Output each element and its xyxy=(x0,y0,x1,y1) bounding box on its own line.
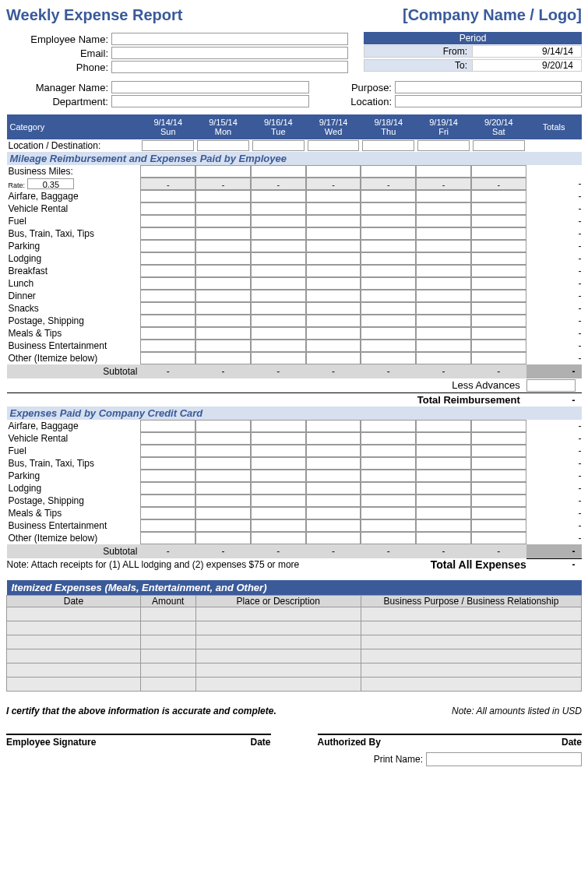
less-advances-cell[interactable] xyxy=(526,379,576,392)
expense-cell[interactable] xyxy=(361,507,416,519)
location-input[interactable] xyxy=(395,95,582,107)
expense-cell[interactable] xyxy=(361,420,416,432)
expense-cell[interactable] xyxy=(195,215,251,227)
expense-cell[interactable] xyxy=(361,290,416,302)
expense-cell[interactable] xyxy=(361,227,416,240)
expense-cell[interactable] xyxy=(306,507,361,519)
itemized-row[interactable] xyxy=(7,663,582,678)
expense-cell[interactable] xyxy=(195,277,251,290)
expense-cell[interactable] xyxy=(361,470,416,482)
expense-cell[interactable] xyxy=(361,240,416,252)
expense-cell[interactable] xyxy=(416,190,471,202)
expense-cell[interactable] xyxy=(195,507,251,519)
expense-cell[interactable] xyxy=(195,495,251,507)
expense-cell[interactable] xyxy=(361,482,416,495)
expense-cell[interactable] xyxy=(471,470,526,482)
expense-cell[interactable] xyxy=(251,190,306,202)
expense-cell[interactable] xyxy=(471,252,526,265)
expense-cell[interactable] xyxy=(195,265,251,277)
expense-cell[interactable] xyxy=(416,265,471,277)
miles-cell[interactable] xyxy=(251,165,306,178)
expense-cell[interactable] xyxy=(416,227,471,240)
loc-cell[interactable] xyxy=(473,140,525,151)
itemized-row[interactable] xyxy=(7,678,582,692)
expense-cell[interactable] xyxy=(306,265,361,277)
expense-cell[interactable] xyxy=(251,519,306,532)
expense-cell[interactable] xyxy=(361,315,416,327)
expense-cell[interactable] xyxy=(140,290,195,302)
loc-cell[interactable] xyxy=(362,140,414,151)
expense-cell[interactable] xyxy=(306,532,361,544)
expense-cell[interactable] xyxy=(471,265,526,277)
expense-cell[interactable] xyxy=(251,302,306,315)
expense-cell[interactable] xyxy=(306,290,361,302)
expense-cell[interactable] xyxy=(195,432,251,445)
miles-cell[interactable] xyxy=(306,165,361,178)
expense-cell[interactable] xyxy=(140,190,195,202)
expense-cell[interactable] xyxy=(140,252,195,265)
expense-cell[interactable] xyxy=(140,240,195,252)
expense-cell[interactable] xyxy=(306,470,361,482)
expense-cell[interactable] xyxy=(306,302,361,315)
expense-cell[interactable] xyxy=(361,457,416,470)
expense-cell[interactable] xyxy=(416,519,471,532)
expense-cell[interactable] xyxy=(140,277,195,290)
expense-cell[interactable] xyxy=(361,190,416,202)
expense-cell[interactable] xyxy=(140,432,195,445)
expense-cell[interactable] xyxy=(416,470,471,482)
expense-cell[interactable] xyxy=(361,519,416,532)
expense-cell[interactable] xyxy=(471,482,526,495)
expense-cell[interactable] xyxy=(361,495,416,507)
expense-cell[interactable] xyxy=(251,277,306,290)
miles-cell[interactable] xyxy=(471,165,526,178)
expense-cell[interactable] xyxy=(416,420,471,432)
expense-cell[interactable] xyxy=(140,227,195,240)
expense-cell[interactable] xyxy=(471,352,526,364)
expense-cell[interactable] xyxy=(306,519,361,532)
expense-cell[interactable] xyxy=(471,445,526,457)
expense-cell[interactable] xyxy=(471,340,526,352)
expense-cell[interactable] xyxy=(306,495,361,507)
loc-cell[interactable] xyxy=(142,140,194,151)
expense-cell[interactable] xyxy=(416,202,471,215)
expense-cell[interactable] xyxy=(195,519,251,532)
itemized-row[interactable] xyxy=(7,621,582,635)
expense-cell[interactable] xyxy=(251,265,306,277)
expense-cell[interactable] xyxy=(306,457,361,470)
expense-cell[interactable] xyxy=(195,420,251,432)
expense-cell[interactable] xyxy=(416,445,471,457)
expense-cell[interactable] xyxy=(140,532,195,544)
expense-cell[interactable] xyxy=(306,252,361,265)
miles-cell[interactable] xyxy=(140,165,195,178)
expense-cell[interactable] xyxy=(361,340,416,352)
department-input[interactable] xyxy=(111,95,309,107)
expense-cell[interactable] xyxy=(306,340,361,352)
expense-cell[interactable] xyxy=(416,315,471,327)
expense-cell[interactable] xyxy=(195,457,251,470)
expense-cell[interactable] xyxy=(361,302,416,315)
miles-cell[interactable] xyxy=(416,165,471,178)
expense-cell[interactable] xyxy=(361,352,416,364)
expense-cell[interactable] xyxy=(251,240,306,252)
expense-cell[interactable] xyxy=(251,327,306,340)
expense-cell[interactable] xyxy=(306,240,361,252)
expense-cell[interactable] xyxy=(195,290,251,302)
purpose-input[interactable] xyxy=(395,81,582,93)
miles-cell[interactable] xyxy=(361,165,416,178)
expense-cell[interactable] xyxy=(471,290,526,302)
expense-cell[interactable] xyxy=(471,495,526,507)
expense-cell[interactable] xyxy=(251,340,306,352)
expense-cell[interactable] xyxy=(471,240,526,252)
expense-cell[interactable] xyxy=(140,315,195,327)
expense-cell[interactable] xyxy=(140,202,195,215)
expense-cell[interactable] xyxy=(251,470,306,482)
expense-cell[interactable] xyxy=(195,190,251,202)
expense-cell[interactable] xyxy=(140,482,195,495)
expense-cell[interactable] xyxy=(251,482,306,495)
expense-cell[interactable] xyxy=(471,432,526,445)
expense-cell[interactable] xyxy=(416,277,471,290)
expense-cell[interactable] xyxy=(251,215,306,227)
expense-cell[interactable] xyxy=(195,352,251,364)
expense-cell[interactable] xyxy=(251,315,306,327)
expense-cell[interactable] xyxy=(251,457,306,470)
